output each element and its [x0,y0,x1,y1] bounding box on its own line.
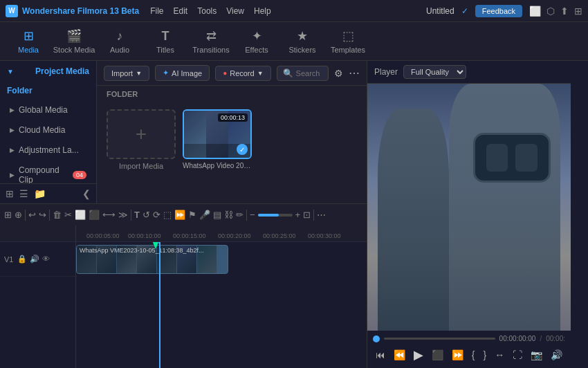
player-video [367,84,571,331]
menu-view[interactable]: View [226,6,244,16]
toolbar-stock-media[interactable]: 🎬 Stock Media [53,25,95,58]
time-track[interactable] [384,338,495,340]
arrow-icon: ▶ [10,172,15,178]
cut-icon[interactable]: ✂ [64,210,72,220]
filter-button[interactable]: ⚙ [334,68,343,79]
sidebar-item-global-media[interactable]: ▶ Global Media [3,100,93,120]
menu-edit[interactable]: Edit [174,6,188,16]
sidebar-item-adjustment-layer[interactable]: ▶ Adjustment La... [3,140,93,160]
split-icon[interactable]: ⬜ [75,210,86,220]
marker-icon[interactable]: ⚑ [188,210,196,220]
audio-tool-icon[interactable]: ⟳ [153,210,160,220]
crop-icon[interactable]: ⬛ [89,210,100,220]
snapshot-button[interactable]: 📷 [529,348,544,362]
video-clip[interactable]: WhatsApp VME2023-10-05_11:08:38_4b2f... [76,245,228,274]
transitions-icon: ⇄ [206,28,217,44]
grid-view-icon[interactable]: ⊞ [6,188,14,199]
mark-out-button[interactable]: } [482,348,488,362]
sidebar-collapse-icon: ▼ [7,68,14,75]
voice-icon[interactable]: 🎤 [199,210,210,220]
sidebar-folder-item[interactable]: Folder [0,82,96,100]
compound-clip-badge: 04 [73,171,86,179]
titles-label: Titles [156,46,174,54]
menu-file[interactable]: File [150,6,163,16]
adjustment-layer-label: Adjustment La... [19,145,79,155]
track-controls: 🔒 🔊 👁 [17,255,50,264]
step-back-button[interactable]: ⏪ [392,348,407,362]
rewind-button[interactable]: ⏮ [374,348,387,362]
color-tool-icon[interactable]: ↺ [143,210,150,220]
menu-help[interactable]: Help [254,6,271,16]
sidebar-item-compound-clip[interactable]: ▶ Compound Clip 04 [3,160,93,183]
more-tools-icon[interactable]: ≫ [118,210,128,220]
speed-icon[interactable]: ⏩ [174,210,185,220]
tracks-area: V1 🔒 🔊 👁 ▼ [0,242,367,368]
record-button[interactable]: ● Record ▼ [215,66,270,81]
audio-icon: ♪ [117,29,123,44]
toolbar-media[interactable]: ⊞ Media [7,25,50,58]
compound-clip-label: Compound Clip [19,165,68,183]
stop-button[interactable]: ⬛ [430,348,445,362]
chain-icon[interactable]: ⛓ [224,210,233,220]
player-controls-section: 00:00:00:00 / 00:00: ⏮ ⏪ ▶ ⬛ ⏩ { } ↔ ⛶ 📷… [367,331,571,368]
import-dropdown-icon: ▼ [136,70,142,77]
subtitle-icon[interactable]: ▤ [213,210,221,220]
eye-icon[interactable]: 👁 [42,255,50,264]
media-item-import[interactable]: + Import Media [107,109,176,170]
toolbar-effects[interactable]: ✦ Effects [235,25,278,58]
fit-icon[interactable]: ⊡ [303,210,311,220]
new-folder-icon[interactable]: 📁 [34,188,46,199]
undo-icon[interactable]: ↩ [28,210,36,220]
transform-icon[interactable]: ⟷ [102,210,116,220]
media-item-video1[interactable]: 00:00:13 ✓ WhatsApp Video 2023-10-05... [183,109,252,170]
playhead: ▼ [159,242,160,368]
toolbar-templates[interactable]: ⬚ Templates [327,25,369,58]
separator2 [49,210,50,221]
delete-icon[interactable]: 🗑 [53,210,62,220]
list-view-icon[interactable]: ☰ [19,188,28,199]
settings-icon[interactable]: ⋯ [317,210,326,220]
magnet-icon[interactable]: ⊕ [15,210,22,220]
effect-tool-icon[interactable]: ⬚ [163,210,172,220]
timeline-section: 00:00:05:00 00:00:10:00 00:00:15:00 00:0… [0,226,367,368]
project-title: Untitled [426,6,454,16]
scene-detect-icon[interactable]: ⊞ [4,210,12,220]
step-forward-button[interactable]: ⏩ [450,348,465,362]
fullscreen-button[interactable]: ⛶ [511,348,524,362]
more-options-button[interactable]: ⋯ [349,66,360,80]
zoom-in-icon[interactable]: + [295,210,301,220]
volume-button[interactable]: 🔊 [549,348,564,362]
lock-icon[interactable]: 🔒 [17,255,27,264]
effects-label: Effects [245,46,268,54]
feedback-button[interactable]: Feedback [475,5,522,17]
ai-image-button[interactable]: ✦ AI Image [155,65,210,81]
title-tool-icon[interactable]: T [134,210,140,220]
zoom-out-icon[interactable]: − [250,210,255,220]
sidebar-header: ▼ Project Media [0,61,96,82]
play-button[interactable]: ▶ [412,346,425,364]
time-scrubber[interactable] [373,335,380,342]
loop-button[interactable]: ↔ [493,348,506,362]
menu-bar-right: Untitled ✓ Feedback ⬜ ⬡ ⬆ ⊞ [426,5,582,17]
toolbar-audio[interactable]: ♪ Audio [98,25,141,58]
import-button[interactable]: Import ▼ [104,66,149,81]
mark-in-button[interactable]: { [470,348,477,362]
collapse-panel-icon[interactable]: ❮ [82,188,91,199]
toolbar-stickers[interactable]: ★ Stickers [281,25,324,58]
search-input[interactable] [296,69,322,77]
search-icon: 🔍 [283,68,293,78]
menu-tools[interactable]: Tools [197,6,217,16]
stock-media-icon: 🎬 [66,28,82,44]
sidebar-items-list: Folder ▶ Global Media ▶ Cloud Media ▶ Ad… [0,82,96,183]
sidebar-item-cloud-media[interactable]: ▶ Cloud Media [3,120,93,140]
ruler-mark-3: 00:00:20:00 [218,232,251,239]
vr-left-lens [486,144,508,171]
speaker-icon[interactable]: 🔊 [30,255,39,264]
quality-select[interactable]: Full Quality Half Quality [403,65,466,79]
app-logo-icon: W [6,5,18,17]
redo-icon[interactable]: ↪ [39,210,46,220]
menu-items: File Edit Tools View Help [150,6,271,16]
edit-icon[interactable]: ✏ [236,210,244,220]
toolbar-transitions[interactable]: ⇄ Transitions [190,25,232,58]
toolbar-titles[interactable]: T Titles [144,25,187,58]
